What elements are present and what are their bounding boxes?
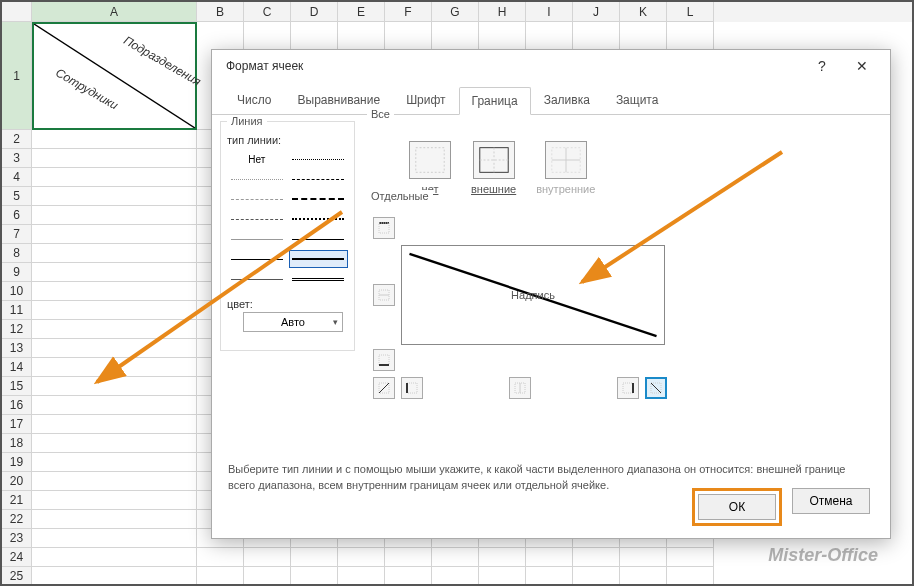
close-button[interactable]: ✕ <box>842 52 882 80</box>
row-header-17[interactable]: 17 <box>2 415 32 434</box>
preset-outer[interactable]: внешние <box>471 141 516 195</box>
column-header-G[interactable]: G <box>432 2 479 22</box>
cell[interactable] <box>244 548 291 567</box>
column-header-F[interactable]: F <box>385 2 432 22</box>
line-style-1[interactable] <box>289 150 349 168</box>
line-style-7[interactable] <box>289 210 349 228</box>
cell[interactable] <box>338 548 385 567</box>
row-header-2[interactable]: 2 <box>2 130 32 149</box>
line-style-5[interactable] <box>289 190 349 208</box>
cell[interactable] <box>479 567 526 586</box>
row-header-1[interactable]: 1 <box>2 22 32 130</box>
cell[interactable] <box>32 301 197 320</box>
cell[interactable] <box>32 244 197 263</box>
cell[interactable] <box>573 548 620 567</box>
line-style-4[interactable] <box>227 190 287 208</box>
row-header-12[interactable]: 12 <box>2 320 32 339</box>
cell[interactable] <box>32 453 197 472</box>
column-header-A[interactable]: A <box>32 2 197 22</box>
cell[interactable] <box>32 415 197 434</box>
line-style-none[interactable]: Нет <box>227 150 287 168</box>
row-header-19[interactable]: 19 <box>2 453 32 472</box>
cell[interactable] <box>32 510 197 529</box>
cell[interactable] <box>32 358 197 377</box>
cell[interactable] <box>32 187 197 206</box>
row-header-21[interactable]: 21 <box>2 491 32 510</box>
column-header-C[interactable]: C <box>244 2 291 22</box>
preset-none[interactable]: нет <box>409 141 451 195</box>
cell[interactable] <box>32 377 197 396</box>
row-header-14[interactable]: 14 <box>2 358 32 377</box>
cell[interactable] <box>32 434 197 453</box>
cell[interactable] <box>620 548 667 567</box>
cell[interactable] <box>479 548 526 567</box>
cell[interactable] <box>667 548 714 567</box>
line-style-11[interactable] <box>227 270 287 288</box>
color-dropdown[interactable]: Авто <box>243 312 343 332</box>
cell[interactable] <box>385 567 432 586</box>
cell[interactable] <box>32 567 197 586</box>
border-diag-down-button[interactable] <box>645 377 667 399</box>
line-style-8[interactable] <box>227 230 287 248</box>
row-header-20[interactable]: 20 <box>2 472 32 491</box>
cell[interactable] <box>32 491 197 510</box>
row-header-22[interactable]: 22 <box>2 510 32 529</box>
line-style-6[interactable] <box>227 210 287 228</box>
cell[interactable] <box>32 339 197 358</box>
row-header-15[interactable]: 15 <box>2 377 32 396</box>
cell[interactable] <box>667 567 714 586</box>
column-header-I[interactable]: I <box>526 2 573 22</box>
line-style-double[interactable] <box>289 270 349 288</box>
cell[interactable] <box>291 567 338 586</box>
cancel-button[interactable]: Отмена <box>792 488 870 514</box>
cell[interactable] <box>32 149 197 168</box>
dialog-titlebar[interactable]: Формат ячеек ? ✕ <box>212 50 890 82</box>
cell[interactable] <box>32 130 197 149</box>
line-style-2[interactable] <box>227 170 287 188</box>
column-header-B[interactable]: B <box>197 2 244 22</box>
column-header-J[interactable]: J <box>573 2 620 22</box>
cell[interactable] <box>32 168 197 187</box>
cell[interactable] <box>32 529 197 548</box>
row-header-9[interactable]: 9 <box>2 263 32 282</box>
border-mid-h-button[interactable] <box>373 284 395 306</box>
row-header-10[interactable]: 10 <box>2 282 32 301</box>
column-header-E[interactable]: E <box>338 2 385 22</box>
line-style-9[interactable] <box>289 230 349 248</box>
cell[interactable] <box>526 548 573 567</box>
tab-number[interactable]: Число <box>224 86 285 114</box>
cell[interactable] <box>620 567 667 586</box>
row-header-24[interactable]: 24 <box>2 548 32 567</box>
row-header-11[interactable]: 11 <box>2 301 32 320</box>
cell[interactable] <box>197 567 244 586</box>
tab-protection[interactable]: Защита <box>603 86 672 114</box>
border-bottom-button[interactable] <box>373 349 395 371</box>
row-header-7[interactable]: 7 <box>2 225 32 244</box>
ok-button[interactable]: ОК <box>698 494 776 520</box>
cell[interactable] <box>197 548 244 567</box>
row-header-8[interactable]: 8 <box>2 244 32 263</box>
border-mid-v-button[interactable] <box>509 377 531 399</box>
tab-fill[interactable]: Заливка <box>531 86 603 114</box>
cell[interactable] <box>385 548 432 567</box>
cell[interactable] <box>32 548 197 567</box>
cell[interactable] <box>32 282 197 301</box>
cell[interactable] <box>32 396 197 415</box>
column-header-H[interactable]: H <box>479 2 526 22</box>
border-right-button[interactable] <box>617 377 639 399</box>
row-header-18[interactable]: 18 <box>2 434 32 453</box>
tab-border[interactable]: Граница <box>459 87 531 115</box>
cell[interactable] <box>32 263 197 282</box>
cell-A1[interactable]: ПодразделенияСотрудники <box>32 22 197 130</box>
cell[interactable] <box>32 320 197 339</box>
column-header-L[interactable]: L <box>667 2 714 22</box>
column-header-D[interactable]: D <box>291 2 338 22</box>
row-header-16[interactable]: 16 <box>2 396 32 415</box>
border-top-button[interactable] <box>373 217 395 239</box>
row-header-6[interactable]: 6 <box>2 206 32 225</box>
row-header-23[interactable]: 23 <box>2 529 32 548</box>
tab-font[interactable]: Шрифт <box>393 86 458 114</box>
cell[interactable] <box>32 206 197 225</box>
cell[interactable] <box>244 567 291 586</box>
line-style-3[interactable] <box>289 170 349 188</box>
